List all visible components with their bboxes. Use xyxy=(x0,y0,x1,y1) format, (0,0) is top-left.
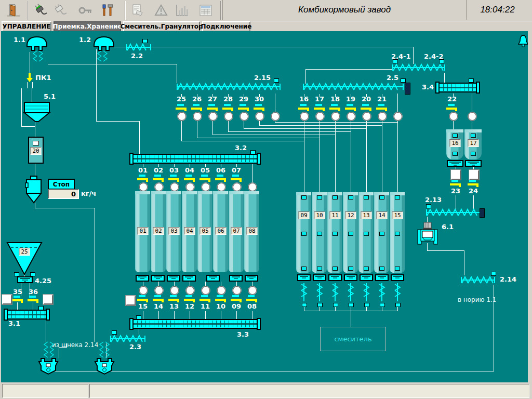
valve-icon[interactable] xyxy=(153,175,164,182)
valve-icon[interactable] xyxy=(314,104,325,111)
route-selector[interactable] xyxy=(240,112,248,121)
route-selector[interactable] xyxy=(449,112,458,121)
route-selector[interactable] xyxy=(139,183,148,191)
route-selector[interactable] xyxy=(224,112,233,121)
disconnect-plug-button[interactable] xyxy=(50,2,71,19)
discharge-gate-icon[interactable] xyxy=(206,275,220,282)
discharge-gate-icon[interactable] xyxy=(245,275,258,282)
discharge-gate-icon[interactable] xyxy=(297,274,311,281)
valve-icon[interactable] xyxy=(361,104,372,111)
discharge-gate-icon[interactable] xyxy=(229,275,243,282)
route-selector[interactable] xyxy=(248,183,257,191)
route-selector[interactable] xyxy=(202,286,210,295)
valve-icon[interactable] xyxy=(137,295,149,302)
route-selector[interactable] xyxy=(378,112,387,121)
discharge-gate-icon[interactable] xyxy=(167,275,180,282)
alarm-warning-button[interactable] xyxy=(151,2,171,19)
valve-icon[interactable] xyxy=(376,104,388,111)
route-selector[interactable] xyxy=(170,286,179,295)
valve-icon[interactable] xyxy=(207,104,218,111)
route-selector[interactable] xyxy=(202,183,210,191)
flow-value-field[interactable]: 0 xyxy=(48,189,79,199)
discharge-gate-icon[interactable] xyxy=(182,275,196,282)
route-selector[interactable] xyxy=(271,112,280,121)
checkbox[interactable] xyxy=(451,170,461,180)
route-selector[interactable] xyxy=(394,112,402,121)
valve-icon[interactable] xyxy=(153,295,164,302)
valve-icon[interactable] xyxy=(446,104,458,111)
checkbox[interactable] xyxy=(126,296,136,305)
route-selector[interactable] xyxy=(139,286,148,295)
valve-icon[interactable] xyxy=(191,104,203,111)
route-selector[interactable] xyxy=(233,183,241,191)
discharge-gate-icon[interactable] xyxy=(375,274,389,281)
tab-приемка-хранение[interactable]: Приемка.Хранение xyxy=(54,21,121,32)
valve-icon[interactable] xyxy=(345,104,356,111)
valve-icon[interactable] xyxy=(184,295,195,302)
route-selector[interactable] xyxy=(178,112,186,121)
valve-icon[interactable] xyxy=(238,104,249,111)
valve-icon[interactable] xyxy=(184,175,195,182)
values-table-button[interactable] xyxy=(195,2,216,19)
valve-icon[interactable] xyxy=(168,295,180,302)
valve-icon[interactable] xyxy=(329,104,341,111)
valve-icon[interactable] xyxy=(176,104,187,111)
route-selector[interactable] xyxy=(347,112,355,121)
valve-icon[interactable] xyxy=(246,295,258,302)
route-selector[interactable] xyxy=(300,112,309,121)
valve-icon[interactable] xyxy=(168,175,180,182)
checkbox[interactable] xyxy=(469,170,479,180)
valve-icon[interactable] xyxy=(12,296,23,303)
valve-icon[interactable] xyxy=(222,104,234,111)
route-selector[interactable] xyxy=(256,112,264,121)
valve-icon[interactable] xyxy=(298,104,310,111)
report-journal-button[interactable] xyxy=(128,2,149,19)
discharge-gate-icon[interactable] xyxy=(313,274,326,281)
route-selector[interactable] xyxy=(170,183,179,191)
connect-plug-button[interactable] xyxy=(30,2,51,19)
exit-door-button[interactable] xyxy=(3,2,24,19)
route-selector[interactable] xyxy=(248,286,257,295)
bin-discharge-icon[interactable] xyxy=(447,160,463,167)
route-selector[interactable] xyxy=(217,183,225,191)
valve-icon[interactable] xyxy=(450,180,461,187)
discharge-gate-icon[interactable] xyxy=(360,274,373,281)
tank-425-icon[interactable] xyxy=(17,276,33,283)
discharge-gate-icon[interactable] xyxy=(344,274,357,281)
route-selector[interactable] xyxy=(186,286,194,295)
access-key-button[interactable] xyxy=(75,2,96,19)
valve-icon[interactable] xyxy=(200,295,211,302)
route-selector[interactable] xyxy=(186,183,194,191)
tab-смеситель-гранулятор[interactable]: Смеситель.Гранулятор xyxy=(123,21,200,32)
route-selector[interactable] xyxy=(331,112,340,121)
valve-icon[interactable] xyxy=(231,295,242,302)
discharge-gate-icon[interactable] xyxy=(151,275,165,282)
route-selector[interactable] xyxy=(468,112,476,121)
valve-icon[interactable] xyxy=(200,175,211,182)
alarm-bell-icon[interactable] xyxy=(517,34,528,48)
valve-icon[interactable] xyxy=(231,175,242,182)
settings-tools-button[interactable] xyxy=(97,2,117,19)
stop-button[interactable]: Стоп xyxy=(48,179,75,190)
route-selector[interactable] xyxy=(155,286,163,295)
trends-chart-button[interactable] xyxy=(171,2,192,19)
route-selector[interactable] xyxy=(209,112,217,121)
discharge-gate-icon[interactable] xyxy=(391,274,404,281)
route-selector[interactable] xyxy=(363,112,371,121)
route-selector[interactable] xyxy=(316,112,324,121)
route-selector[interactable] xyxy=(233,286,241,295)
route-selector[interactable] xyxy=(217,286,225,295)
route-selector[interactable] xyxy=(155,183,163,191)
valve-icon[interactable] xyxy=(137,175,149,182)
discharge-gate-icon[interactable] xyxy=(136,275,149,282)
valve-icon[interactable] xyxy=(28,296,39,303)
checkbox[interactable] xyxy=(2,295,12,304)
bin-discharge-icon[interactable] xyxy=(465,160,482,167)
valve-icon[interactable] xyxy=(254,104,265,111)
valve-icon[interactable] xyxy=(468,180,479,187)
valve-icon[interactable] xyxy=(215,175,227,182)
tab-подключение[interactable]: Подключение xyxy=(202,21,250,32)
discharge-gate-icon[interactable] xyxy=(328,274,342,281)
route-selector[interactable] xyxy=(193,112,202,121)
valve-icon[interactable] xyxy=(215,295,227,302)
